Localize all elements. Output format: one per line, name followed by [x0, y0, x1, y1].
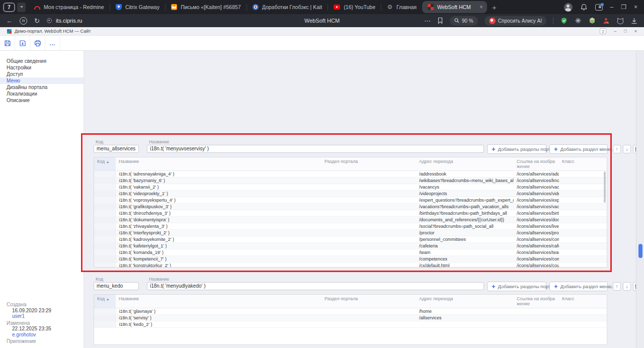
close-tab-icon[interactable]: × — [479, 4, 483, 11]
sidebar-item[interactable]: Локализации — [0, 91, 84, 97]
save-button[interactable] — [0, 36, 15, 50]
code-input[interactable]: menu_allservices — [94, 145, 139, 153]
overflow-menu-icon[interactable]: ⋯ — [424, 17, 431, 25]
menu-item-row[interactable]: i18n.t( 'grafikotpuskov_3' )/vacations?b… — [94, 203, 607, 210]
browser-tab-citrix[interactable]: Citrix Gateway — [110, 0, 165, 14]
extension-flower-icon[interactable] — [574, 17, 582, 25]
page-scrollbar[interactable] — [636, 51, 644, 348]
refresh-icon[interactable]: ↻ — [34, 17, 40, 25]
extension-cat-icon[interactable] — [616, 17, 624, 25]
column-header[interactable]: Класс — [559, 295, 607, 308]
column-header[interactable]: Код▲ — [94, 295, 116, 308]
browser-tab-kaiten[interactable]: Доработки Глобэкс | Kait — [247, 0, 328, 14]
url-field[interactable]: its.cipris.ru — [56, 18, 83, 24]
app-minimize-button[interactable]: – — [614, 29, 616, 34]
new-tab-button[interactable]: + — [487, 3, 502, 12]
column-header[interactable]: Название — [116, 157, 321, 170]
menu-item-row[interactable]: i18n.t( 'vakansii_2' )/vacancys/icons/al… — [94, 184, 607, 190]
sidebar-panel-icon[interactable] — [595, 4, 603, 11]
browser-tab-mail[interactable]: Письмо «[Kaiten] #56857 — [166, 0, 247, 14]
menu-item-row[interactable]: i18n.t( 'komanda_19' )/team/icons/allser… — [94, 249, 607, 255]
move-down-button[interactable]: ↓ — [623, 145, 631, 153]
save-and-close-button[interactable] — [15, 36, 30, 50]
app-close-button[interactable]: × — [634, 29, 637, 34]
add-menu-section-button[interactable]: + Добавить раздел меню... — [549, 282, 608, 291]
table-scrollbar-thumb[interactable] — [604, 171, 606, 203]
column-header[interactable]: Раздел портала — [321, 295, 416, 308]
menu-item-row[interactable]: i18n.t( 'kompetencii_7' )/competences/ic… — [94, 255, 607, 262]
alice-ai-button[interactable]: Спросить Алису AI — [485, 16, 546, 26]
menu-item-row[interactable]: i18n.t( 'glavnaya' )/home — [94, 308, 607, 314]
browser-tab-websoft-active[interactable]: WebSoft HCM × — [422, 1, 487, 13]
app-window-controls: 2 – □ × — [600, 28, 640, 34]
move-up-button[interactable]: ↑ — [613, 282, 621, 291]
code-input[interactable]: menu_kedo — [94, 282, 139, 290]
browser-tab-home[interactable]: ⚙ Главная — [381, 0, 422, 14]
yandex-icon[interactable]: Я — [20, 17, 27, 25]
move-up-button[interactable]: ↑ — [613, 145, 621, 153]
column-header[interactable]: Ссылка на изображение — [514, 295, 559, 308]
profile-avatar[interactable] — [564, 3, 573, 12]
menu-item-row[interactable]: i18n.t( 'konstruktorkur_2' )/cx/default.… — [94, 262, 607, 268]
cell-code — [94, 223, 116, 229]
app-maximize-button[interactable]: □ — [624, 29, 626, 34]
extension-cube-icon[interactable] — [588, 17, 596, 25]
cell-url: /expert_questions?breadcrumbs=path_exper… — [416, 197, 514, 203]
column-header[interactable]: Код▲ — [94, 157, 116, 170]
menu-item-row[interactable]: i18n.t( 'bazyznaniy_6' )/wikibases?bread… — [94, 177, 607, 184]
restore-window-button[interactable]: ❐ — [621, 4, 626, 10]
created-user-link[interactable]: user1 — [12, 313, 51, 319]
page-scrollbar-thumb[interactable] — [638, 244, 642, 258]
zoom-level-pill[interactable]: 90 % — [450, 16, 478, 26]
column-header[interactable]: Ссылка на изображение — [514, 157, 559, 170]
sidebar-item[interactable]: Описание — [0, 97, 84, 104]
sidebar-item[interactable]: Меню — [0, 77, 84, 84]
site-security-icon[interactable] — [47, 18, 52, 23]
sidebar-item[interactable]: Общие сведения — [0, 58, 84, 64]
menu-item-row[interactable]: i18n.t( 'adresnayakniga_4' )/addressbook… — [94, 170, 607, 177]
menu-item-row[interactable]: i18n.t( 'servisy' )/allservices — [94, 314, 607, 321]
bell-icon[interactable] — [580, 4, 588, 11]
add-menu-section-button[interactable]: + Добавить раздел меню... — [549, 144, 608, 154]
column-header[interactable]: Название — [116, 295, 321, 308]
application-value: ... — [7, 345, 51, 348]
menu-item-row[interactable]: i18n.t( 'dokumentyispra' )/documents_and… — [94, 216, 607, 223]
menu-item-row[interactable]: i18n.t( 'zhivayalenta_3' )/social?breadc… — [94, 223, 607, 229]
column-header[interactable]: Раздел портала — [321, 157, 416, 170]
move-down-button[interactable]: ↓ — [623, 282, 631, 291]
download-icon[interactable] — [630, 17, 638, 25]
bookmark-icon[interactable] — [437, 17, 443, 24]
notification-dot — [601, 3, 604, 6]
name-input[interactable]: i18n.t( 'menyuvseservisy' ) — [147, 145, 484, 153]
add-portal-sections-button[interactable]: + Добавить разделы портала... — [487, 144, 546, 154]
column-header[interactable]: Класс — [559, 157, 607, 170]
name-input[interactable]: i18n.t( 'menyudlyakedo' ) — [147, 282, 484, 290]
browser-tab-youtube[interactable]: (16) YouTube — [328, 0, 381, 14]
minimize-window-button[interactable]: – — [610, 4, 614, 10]
menu-item-row[interactable]: i18n.t( 'kedo_2' ) — [94, 321, 607, 327]
close-window-button[interactable]: × — [634, 4, 637, 10]
tab-list-button[interactable] — [17, 3, 26, 12]
add-portal-sections-button[interactable]: + Добавить разделы портала... — [487, 282, 546, 291]
browser-tab-redmine[interactable]: Моя страница - Redmine — [29, 0, 110, 14]
application-label: Приложение — [7, 338, 51, 344]
more-actions-button[interactable]: ... — [45, 36, 60, 50]
adblock-shield-icon[interactable] — [560, 17, 568, 25]
column-header[interactable]: Адрес перехода — [416, 295, 514, 308]
menu-item-row[interactable]: i18n.t( 'kafeteriylgot_1' )/cafeteria/ic… — [94, 242, 607, 249]
extension-person-icon[interactable] — [602, 17, 610, 25]
back-icon[interactable]: ← — [6, 17, 13, 25]
sidebar-item[interactable]: Настройки — [0, 64, 84, 71]
modified-user-link[interactable]: e.grohotov — [12, 332, 51, 338]
cell-cls — [559, 223, 607, 229]
column-header[interactable]: Адрес перехода — [416, 157, 514, 170]
menu-item-row[interactable]: i18n.t( 'voprosyekspertu_4' )/expert_que… — [94, 197, 607, 203]
sidebar-item[interactable]: Доступ — [0, 71, 84, 77]
sidebar-item[interactable]: Дизайны портала — [0, 84, 84, 91]
print-button[interactable] — [30, 36, 45, 50]
tab-counter[interactable]: 7 — [3, 3, 15, 12]
menu-item-row[interactable]: i18n.t( 'dnirozhdeniya_3' )/birthdays?br… — [94, 210, 607, 216]
menu-item-row[interactable]: i18n.t( 'videoproekty_1' )/videoprojects… — [94, 190, 607, 197]
menu-item-row[interactable]: i18n.t( 'kadrovyekomite_2' )/personnel_c… — [94, 236, 607, 242]
menu-item-row[interactable]: i18n.t( 'interfeysprokt_2' )/proctor/ico… — [94, 229, 607, 236]
